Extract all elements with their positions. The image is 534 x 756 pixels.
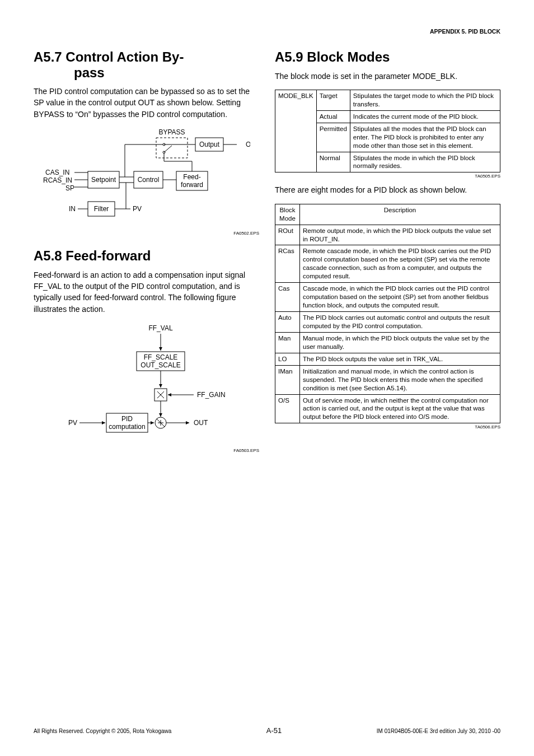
fig-tag-1: FA0502.EPS	[34, 231, 259, 236]
label-outscale: OUT_SCALE	[140, 361, 180, 369]
t2-h1: Block Mode	[275, 204, 300, 225]
t1-r1-k: Actual	[316, 110, 350, 123]
t2-r2-v: Cascade mode, in which the PID block car…	[300, 283, 500, 312]
t2-r5-v: The PID block outputs the value set in T…	[300, 353, 500, 365]
t2-r0-k: ROut	[275, 225, 300, 245]
a5-7-body: The PID control computation can be bypas…	[34, 86, 259, 120]
t1-r3-v: Stipulates the mode in which the PID blo…	[350, 152, 500, 172]
a5-9-intro: The block mode is set in the parameter M…	[275, 71, 500, 82]
svg-rect-0	[156, 138, 188, 158]
label-pid2: computation	[109, 423, 145, 431]
table-mode-blk: MODE_BLK Target Stipulates the target mo…	[275, 90, 500, 173]
figure-feedforward: FF_VAL FF_SCALE OUT_SCALE FF_GAIN PV	[34, 323, 259, 446]
label-ffscale: FF_SCALE	[143, 353, 177, 361]
footer-right: IM 01R04B05-00E-E 3rd edition July 30, 2…	[377, 728, 500, 734]
label-in: IN	[69, 205, 76, 213]
t2-r3-k: Auto	[275, 312, 300, 333]
t1-r1-v: Indicates the current mode of the PID bl…	[350, 110, 500, 123]
t2-r4-v: Manual mode, in which the PID block outp…	[300, 332, 500, 353]
heading-a5-9: A5.9 Block Modes	[275, 49, 500, 65]
label-rcas-in: RCAS_IN	[43, 176, 72, 184]
label-ff-2: forward	[180, 181, 203, 189]
page-footer: All Rights Reserved. Copyright © 2005, R…	[34, 726, 500, 735]
t2-r5-k: LO	[275, 353, 300, 365]
t1-tag: TA0505.EPS	[275, 174, 500, 179]
t2-r6-k: IMan	[275, 365, 300, 394]
t2-tag: TA0506.EPS	[275, 424, 500, 430]
label-pid1: PID	[121, 415, 132, 423]
t1-r2-k: Permitted	[316, 123, 350, 152]
t2-r7-k: O/S	[275, 394, 300, 423]
figure-bypass: BYPASS Output OUT Setpoint	[34, 128, 259, 228]
mode-blk-cell: MODE_BLK	[275, 90, 317, 172]
label-cas-in: CAS_IN	[45, 169, 69, 176]
heading-a5-8: A5.8 Feed-forward	[34, 248, 259, 264]
t2-r3-v: The PID block carries out automatic cont…	[300, 312, 500, 333]
label-filter: Filter	[93, 205, 109, 213]
footer-center: A-51	[266, 726, 282, 735]
heading-a5-7-line2: pass	[34, 65, 105, 80]
t1-r3-k: Normal	[316, 152, 350, 172]
label-pv: PV	[133, 205, 142, 213]
t2-r2-k: Cas	[275, 283, 300, 312]
footer-left: All Rights Reserved. Copyright © 2005, R…	[34, 728, 171, 734]
t2-r7-v: Out of service mode, in which neither th…	[300, 394, 500, 423]
label-sp: SP	[65, 184, 74, 192]
heading-a5-7-line1: A5.7 Control Action By-	[34, 49, 184, 64]
heading-a5-7: A5.7 Control Action By- pass	[34, 49, 259, 80]
label-ffval: FF_VAL	[148, 324, 172, 332]
label-out: OUT	[246, 141, 250, 148]
label-pv2: PV	[68, 419, 77, 427]
table-block-modes: Block Mode Description ROutRemote output…	[275, 204, 500, 424]
label-ffgain: FF_GAIN	[197, 391, 226, 399]
svg-line-4	[164, 146, 172, 152]
t2-r1-v: Remote cascade mode, in which the PID bl…	[300, 245, 500, 283]
fig-tag-2: FA0503.EPS	[34, 448, 259, 453]
t1-r0-k: Target	[316, 90, 350, 110]
label-ff-1: Feed-	[183, 173, 200, 181]
t2-r0-v: Remote output mode, in which the PID blo…	[300, 225, 500, 245]
label-out2: OUT	[194, 419, 208, 427]
label-bypass: BYPASS	[158, 128, 185, 136]
label-output: Output	[199, 141, 219, 148]
label-setpoint: Setpoint	[91, 176, 116, 184]
t2-r1-k: RCas	[275, 245, 300, 283]
a5-9-mid: There are eight modes for a PID block as…	[275, 184, 500, 195]
right-column: A5.9 Block Modes The block mode is set i…	[275, 49, 500, 465]
label-control: Control	[137, 176, 159, 184]
t2-h2: Description	[300, 204, 500, 225]
appendix-header: APPENDIX 5. PID BLOCK	[430, 28, 500, 35]
a5-8-body: Feed-forward is an action to add a compe…	[34, 269, 259, 315]
t2-r6-v: Initialization and manual mode, in which…	[300, 365, 500, 394]
t1-r2-v: Stipulates all the modes that the PID bl…	[350, 123, 500, 152]
left-column: A5.7 Control Action By- pass The PID con…	[34, 49, 259, 465]
t2-r4-k: Man	[275, 332, 300, 353]
t1-r0-v: Stipulates the target mode to which the …	[350, 90, 500, 110]
